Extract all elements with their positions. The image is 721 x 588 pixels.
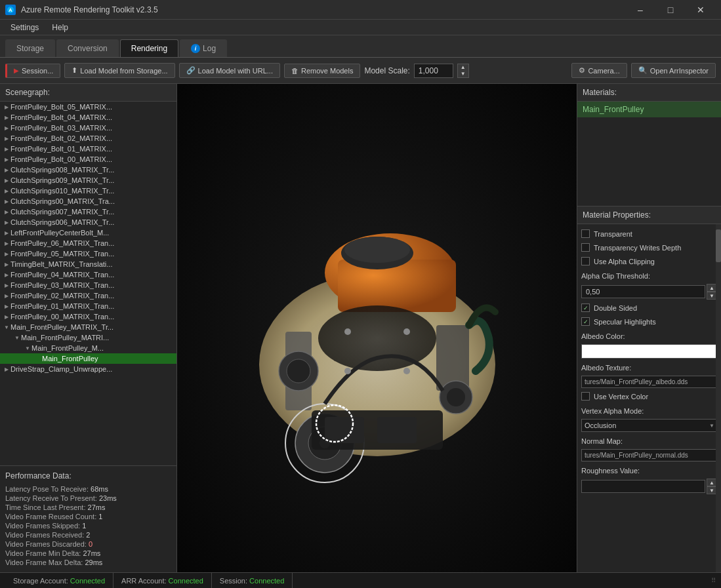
remove-models-button[interactable]: 🗑 Remove Models	[284, 64, 360, 78]
double-sided-row: ✓ Double Sided	[581, 302, 717, 313]
resize-grip: ⠿	[711, 577, 716, 584]
tree-label: Main_FrontPulley_MATRIX_Tr...	[10, 323, 113, 331]
specular-highlights-label: Specular Highlights	[594, 318, 656, 326]
transparent-checkbox[interactable]	[581, 229, 590, 238]
tree-arrow: ▶	[3, 218, 10, 226]
performance-title: Performance Data:	[5, 471, 171, 480]
tree-item[interactable]: ▶DriveStrap_Clamp_Unwrappe...	[0, 364, 176, 374]
maximize-button[interactable]: □	[655, 0, 686, 20]
tree-label: ClutchSprings008_MATRIX_Tr...	[10, 166, 114, 174]
performance-item: Video Frame Min Delta: 27ms	[5, 549, 171, 558]
albedo-color-label: Albedo Color:	[581, 330, 717, 342]
upload-icon: ⬆	[72, 66, 77, 75]
scale-input[interactable]: 1,000	[414, 64, 453, 78]
tree-item[interactable]: ▶FrontPulley_06_MATRIX_Tran...	[0, 238, 176, 248]
tree-item[interactable]: ▶FrontPulley_Bolt_02_MATRIX...	[0, 133, 176, 144]
alpha-clip-input-row: ▲ ▼	[581, 284, 717, 300]
roughness-input[interactable]	[581, 480, 705, 493]
scale-up-button[interactable]: ▲	[458, 64, 468, 71]
tree-arrow: ▶	[3, 134, 10, 142]
tree-item[interactable]: ▶ClutchSprings007_MATRIX_Tr...	[0, 206, 176, 217]
inspect-icon: 🔍	[638, 66, 648, 75]
tree-item[interactable]: ▶FrontPulley_04_MATRIX_Tran...	[0, 269, 176, 280]
tree-item[interactable]: ▶ClutchSprings010_MATRIX_Tr...	[0, 186, 176, 196]
tree-label: FrontPulley_03_MATRIX_Tran...	[10, 281, 114, 289]
performance-panel: Performance Data: Latency Pose To Receiv…	[0, 465, 176, 572]
use-vertex-color-checkbox[interactable]	[581, 392, 590, 401]
tree-item[interactable]: ▶ClutchSprings009_MATRIX_Tr...	[0, 175, 176, 186]
use-alpha-clipping-checkbox[interactable]	[581, 257, 590, 265]
link-icon: 🔗	[186, 66, 196, 75]
tree-arrow: ▶	[3, 103, 10, 111]
scale-down-button[interactable]: ▼	[458, 71, 468, 77]
double-sided-checkbox[interactable]: ✓	[581, 304, 590, 312]
tab-conversion[interactable]: Conversion	[56, 39, 119, 57]
session-icon: ▶	[14, 67, 19, 74]
tree-item[interactable]: ▶ClutchSprings006_MATRIX_Tr...	[0, 217, 176, 227]
tree-arrow: ▶	[3, 197, 10, 205]
material-properties: Transparent Transparency Writes Depth Us…	[577, 224, 721, 498]
tree-arrow: ▶	[3, 155, 10, 163]
tree-item[interactable]: ▶FrontPulley_05_MATRIX_Tran...	[0, 248, 176, 259]
tree-item[interactable]: ▶ClutchSprings00_MATRIX_Tra...	[0, 196, 176, 206]
tree-arrow: ▶	[3, 176, 10, 184]
tree-item[interactable]: ▶LeftFrontPulleyCenterBolt_M...	[0, 227, 176, 238]
tree-item[interactable]: ▶FrontPulley_01_MATRIX_Tran...	[0, 301, 176, 311]
mat-scrollthumb[interactable]	[716, 229, 721, 262]
tree-item[interactable]: ▶FrontPulley_Bolt_00_MATRIX...	[0, 154, 176, 165]
menu-settings[interactable]: Settings	[5, 22, 44, 33]
tab-rendering[interactable]: Rendering	[120, 39, 178, 57]
performance-item: Time Since Last Present: 27ms	[5, 503, 171, 512]
tab-storage[interactable]: Storage	[5, 39, 55, 57]
svg-point-20	[403, 328, 410, 335]
camera-button[interactable]: ⚙ Camera...	[571, 63, 627, 78]
tree-item[interactable]: ▼Main_FrontPulley_MATRIX_Tr...	[0, 322, 176, 332]
arr-inspector-button[interactable]: 🔍 Open ArrInspector	[631, 63, 716, 78]
tree-label: ClutchSprings010_MATRIX_Tr...	[10, 187, 114, 195]
tree-item[interactable]: ▶FrontPulley_Bolt_05_MATRIX...	[0, 102, 176, 112]
performance-item: Video Frames Skipped: 1	[5, 521, 171, 530]
vertex-alpha-select[interactable]: Occlusion AlbedoAlpha None	[581, 419, 717, 432]
tree-item[interactable]: ▼Main_FrontPulley_M...	[0, 343, 176, 353]
tab-log[interactable]: i Log	[180, 39, 227, 57]
viewport-bg	[177, 84, 577, 572]
load-storage-button[interactable]: ⬆ Load Model from Storage...	[64, 63, 175, 78]
material-item[interactable]: Main_FrontPulley	[577, 102, 721, 117]
tree-item[interactable]: ▶FrontPulley_Bolt_03_MATRIX...	[0, 123, 176, 133]
tree-item[interactable]: ▶TimingBelt_MATRIX_Translati...	[0, 259, 176, 269]
tree-item[interactable]: ▶FrontPulley_02_MATRIX_Tran...	[0, 290, 176, 301]
session-status: Session: Connected	[212, 573, 293, 588]
tree-label: FrontPulley_Bolt_01_MATRIX...	[10, 145, 112, 153]
alpha-clip-input[interactable]	[581, 285, 705, 298]
tree-item[interactable]: ▶FrontPulley_00_MATRIX_Tran...	[0, 311, 176, 322]
viewport[interactable]	[177, 84, 577, 572]
main-content: Scenegraph: ▶FrontPulley_Bolt_05_MATRIX.…	[0, 84, 721, 572]
tree-arrow: ▼	[3, 323, 10, 331]
tree-item[interactable]: ▶FrontPulley_Bolt_04_MATRIX...	[0, 112, 176, 123]
tree-item[interactable]: ▶FrontPulley_03_MATRIX_Tran...	[0, 280, 176, 290]
tree-item[interactable]: ▼Main_FrontPulley_MATRI...	[0, 332, 176, 343]
window-title: Azure Remote Rendering Toolkit v2.3.5	[21, 5, 620, 14]
session-button[interactable]: ▶ Session...	[5, 64, 60, 78]
arr-account-status: ARR Account: Connected	[113, 573, 212, 588]
albedo-color-swatch[interactable]	[581, 344, 717, 359]
close-button[interactable]: ✕	[686, 0, 716, 20]
scenegraph-tree[interactable]: ▶FrontPulley_Bolt_05_MATRIX...▶FrontPull…	[0, 102, 176, 465]
tree-item[interactable]: ▶ClutchSprings008_MATRIX_Tr...	[0, 165, 176, 175]
minimize-button[interactable]: –	[625, 0, 655, 20]
tree-label: FrontPulley_Bolt_05_MATRIX...	[10, 103, 112, 111]
tree-label: FrontPulley_02_MATRIX_Tran...	[10, 292, 114, 300]
specular-highlights-checkbox[interactable]: ✓	[581, 317, 590, 326]
tree-label: FrontPulley_01_MATRIX_Tran...	[10, 302, 114, 310]
tree-arrow: ▶	[3, 281, 10, 289]
tree-label: ClutchSprings006_MATRIX_Tr...	[10, 218, 114, 226]
tree-arrow: ▶	[3, 365, 10, 373]
menu-help[interactable]: Help	[47, 22, 73, 33]
tree-arrow: ▶	[3, 208, 10, 216]
svg-text:A: A	[9, 7, 12, 13]
transparency-writes-depth-checkbox[interactable]	[581, 243, 590, 252]
tree-item[interactable]: Main_FrontPulley	[0, 353, 176, 364]
tree-item[interactable]: ▶FrontPulley_Bolt_01_MATRIX...	[0, 144, 176, 154]
load-url-button[interactable]: 🔗 Load Model with URL...	[179, 63, 280, 78]
tab-bar: Storage Conversion Rendering i Log	[0, 35, 721, 58]
